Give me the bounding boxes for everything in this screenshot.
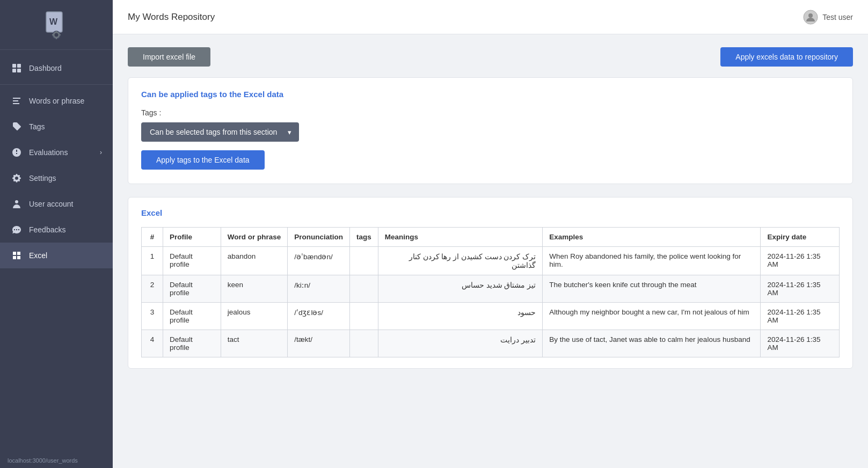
- col-header-meanings: Meanings: [378, 228, 543, 247]
- sidebar-divider-1: [0, 84, 113, 85]
- user-menu[interactable]: Test user: [803, 10, 853, 25]
- col-header-num: #: [142, 228, 163, 247]
- apply-tags-button[interactable]: Apply tags to the Excel data: [141, 150, 265, 170]
- tags-section-title: Can be applied tags to the Excel data: [141, 90, 840, 99]
- cell-pronunciation: /əˈbændən/: [288, 247, 350, 275]
- sidebar-item-words-label: Words or phrase: [29, 97, 84, 105]
- sidebar-item-settings-label: Settings: [29, 174, 56, 182]
- svg-rect-7: [59, 34, 61, 35]
- avatar-icon: [803, 10, 818, 25]
- table-row: 2Default profilekeen/kiːn/تیز مشتاق شدید…: [142, 275, 840, 303]
- cell-expiry: 2024-11-26 1:35 AM: [761, 303, 840, 330]
- import-excel-button[interactable]: Import excel file: [128, 47, 210, 67]
- sidebar-item-evaluations-label: Evaluations: [29, 148, 68, 157]
- cell-num: 4: [142, 330, 163, 357]
- sidebar-item-user-label: User account: [29, 200, 73, 208]
- sidebar-item-evaluations[interactable]: Evaluations ›: [0, 140, 113, 165]
- tags-dropdown-wrapper: Can be selected tags from this section: [141, 122, 299, 142]
- cell-meanings: تدبیر درایت: [378, 330, 543, 357]
- svg-point-13: [808, 13, 813, 18]
- svg-rect-8: [12, 64, 16, 68]
- cell-num: 1: [142, 247, 163, 275]
- cell-word: tact: [221, 330, 288, 357]
- cell-examples: The butcher's keen knife cut through the…: [543, 275, 761, 303]
- cell-meanings: حسود: [378, 303, 543, 330]
- cell-meanings: ترک کردن دست کشیدن از رها کردن کنار گذاش…: [378, 247, 543, 275]
- table-header: # Profile Word or phrase Pronunciation t…: [142, 228, 840, 247]
- sidebar-item-tags-label: Tags: [29, 122, 45, 131]
- tags-label: Tags :: [141, 108, 840, 117]
- cell-examples: By the use of tact, Janet was able to ca…: [543, 330, 761, 357]
- user-icon: [11, 198, 23, 210]
- cell-pronunciation: /kiːn/: [288, 275, 350, 303]
- evaluations-icon: [11, 147, 23, 158]
- excel-table: # Profile Word or phrase Pronunciation t…: [141, 227, 840, 357]
- action-bar: Import excel file Apply excels data to r…: [128, 47, 853, 67]
- tags-section: Can be applied tags to the Excel data Ta…: [128, 77, 853, 184]
- svg-rect-10: [12, 69, 16, 72]
- tags-icon: [11, 121, 23, 133]
- excel-section: Excel # Profile Word or phrase Pronuncia…: [128, 197, 853, 369]
- excel-icon: [11, 250, 23, 261]
- cell-word: keen: [221, 275, 288, 303]
- sidebar-item-settings[interactable]: Settings: [0, 165, 113, 191]
- dashboard-icon: [11, 62, 23, 74]
- cell-word: abandon: [221, 247, 288, 275]
- table-row: 4Default profiletact/tækt/تدبیر درایتBy …: [142, 330, 840, 357]
- sidebar: W Dashbord Words or phrase: [0, 0, 113, 468]
- svg-rect-6: [52, 34, 54, 35]
- svg-point-3: [55, 33, 59, 37]
- cell-word: jealous: [221, 303, 288, 330]
- table-body: 1Default profileabandon/əˈbændən/ترک کرد…: [142, 247, 840, 357]
- table-row: 1Default profileabandon/əˈbændən/ترک کرد…: [142, 247, 840, 275]
- cell-meanings: تیز مشتاق شدید حساس: [378, 275, 543, 303]
- sidebar-navigation: Dashbord Words or phrase Tags Evaluation…: [0, 50, 113, 453]
- col-header-expiry: Expiry date: [761, 228, 840, 247]
- settings-icon: [11, 172, 23, 184]
- sidebar-item-tags[interactable]: Tags: [0, 114, 113, 140]
- cell-num: 2: [142, 275, 163, 303]
- col-header-examples: Examples: [543, 228, 761, 247]
- cell-profile: Default profile: [163, 275, 221, 303]
- feedbacks-icon: [11, 224, 23, 236]
- apply-repo-button[interactable]: Apply excels data to repository: [720, 47, 853, 67]
- cell-profile: Default profile: [163, 303, 221, 330]
- cell-num: 3: [142, 303, 163, 330]
- svg-rect-5: [56, 38, 57, 39]
- cell-tags: [349, 330, 378, 357]
- svg-rect-9: [17, 64, 21, 68]
- chevron-right-icon: ›: [100, 149, 102, 156]
- sidebar-item-dashboard-label: Dashbord: [29, 64, 62, 72]
- sidebar-item-feedbacks-label: Feedbacks: [29, 225, 65, 234]
- cell-examples: Although my neighbor bought a new car, I…: [543, 303, 761, 330]
- sidebar-url: localhost:3000/user_words: [0, 453, 113, 468]
- col-header-word: Word or phrase: [221, 228, 288, 247]
- svg-rect-4: [56, 31, 57, 32]
- col-header-tags: tags: [349, 228, 378, 247]
- cell-expiry: 2024-11-26 1:35 AM: [761, 275, 840, 303]
- words-icon: [11, 95, 23, 107]
- col-header-profile: Profile: [163, 228, 221, 247]
- cell-profile: Default profile: [163, 247, 221, 275]
- table-row: 3Default profilejealous/ˈdʒɛləs/حسودAlth…: [142, 303, 840, 330]
- cell-tags: [349, 303, 378, 330]
- cell-pronunciation: /ˈdʒɛləs/: [288, 303, 350, 330]
- sidebar-logo: W: [0, 0, 113, 50]
- sidebar-item-feedbacks[interactable]: Feedbacks: [0, 217, 113, 243]
- sidebar-item-excel[interactable]: Excel: [0, 243, 113, 268]
- cell-tags: [349, 275, 378, 303]
- sidebar-item-words[interactable]: Words or phrase: [0, 88, 113, 114]
- page-content: Import excel file Apply excels data to r…: [113, 34, 868, 468]
- tags-dropdown[interactable]: Can be selected tags from this section: [141, 122, 299, 142]
- header: My Words Repository Test user: [113, 0, 868, 34]
- cell-expiry: 2024-11-26 1:35 AM: [761, 330, 840, 357]
- svg-rect-11: [17, 69, 21, 72]
- table-header-row: # Profile Word or phrase Pronunciation t…: [142, 228, 840, 247]
- app-logo-icon: W: [42, 11, 71, 40]
- page-title: My Words Repository: [128, 12, 215, 23]
- sidebar-item-user-account[interactable]: User account: [0, 191, 113, 217]
- cell-examples: When Roy abandoned his family, the polic…: [543, 247, 761, 275]
- cell-expiry: 2024-11-26 1:35 AM: [761, 247, 840, 275]
- excel-section-title: Excel: [141, 208, 840, 217]
- sidebar-item-dashboard[interactable]: Dashbord: [0, 55, 113, 81]
